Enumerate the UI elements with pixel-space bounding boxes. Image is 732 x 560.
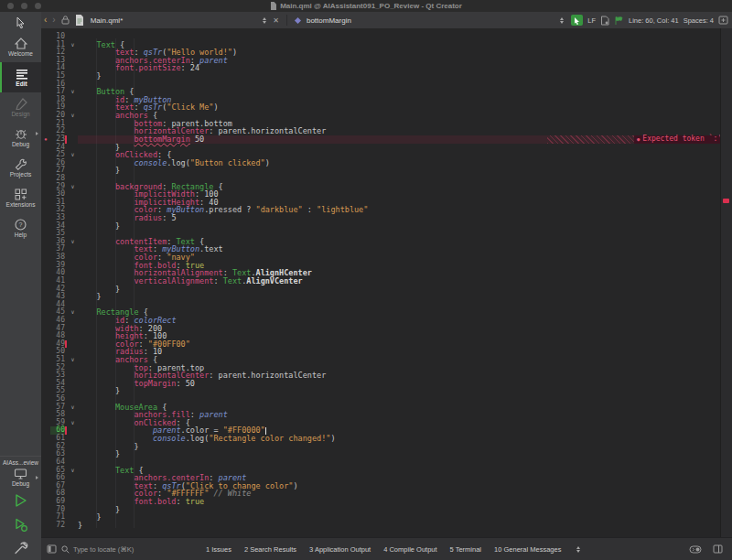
- run-play-icon: [14, 493, 27, 508]
- gutter[interactable]: 72: [41, 522, 78, 530]
- code-lines: 1011∨ Text {12 text: qsTr("Hello world!"…: [41, 33, 721, 529]
- parse-ok-flag-icon[interactable]: [614, 16, 624, 26]
- left-sidebar-toggle-icon[interactable]: [47, 544, 57, 554]
- code-line[interactable]: 33 radius: 5: [41, 214, 721, 222]
- sidebar-item-projects[interactable]: Projects: [0, 153, 41, 183]
- document-icon: [270, 2, 276, 10]
- submenu-arrow-icon: [36, 132, 38, 135]
- build-button[interactable]: [0, 536, 41, 560]
- fold-chevron-icon[interactable]: ∨: [68, 151, 78, 159]
- code-line[interactable]: 61 console.log("Rectangle color changed!…: [41, 435, 721, 443]
- code-editor[interactable]: 1011∨ Text {12 text: qsTr("Hello world!"…: [41, 28, 732, 538]
- line-number[interactable]: 72: [50, 522, 65, 530]
- code-line[interactable]: 42 }: [41, 285, 721, 294]
- bug-icon: [15, 128, 27, 140]
- code-line[interactable]: 41 verticalAlignment: Text.AlignVCenter: [41, 277, 721, 285]
- debug-play-icon: [14, 518, 28, 532]
- error-annotation: ●Expected token `:': [634, 135, 721, 144]
- pane-selector-arrows-icon[interactable]: [574, 546, 583, 553]
- sidebar-item-extensions[interactable]: Extensions: [0, 183, 41, 213]
- fold-chevron-icon[interactable]: ∨: [68, 88, 78, 96]
- fold-chevron-icon[interactable]: ∨: [68, 183, 78, 191]
- sidebar-item-edit[interactable]: Edit: [0, 62, 41, 92]
- text-cursor-mode-icon[interactable]: [571, 15, 583, 26]
- wrench-icon: [15, 158, 27, 170]
- code-line[interactable]: 55 }: [41, 387, 721, 395]
- code-line[interactable]: ●23 bottomMargin 50●Expected token `:': [41, 135, 721, 144]
- code-line[interactable]: 43 }: [41, 293, 721, 301]
- go-forward-button[interactable]: ›: [49, 12, 58, 28]
- indentation-label[interactable]: Spaces: 4: [684, 16, 714, 25]
- locator-placeholder: Type to locate (⌘K): [73, 545, 134, 554]
- extensions-grid-icon: [15, 188, 27, 200]
- editor-scrollbar[interactable]: [720, 28, 732, 538]
- close-document-button[interactable]: ✕: [269, 16, 283, 25]
- right-sidebar-toggle-icon[interactable]: [713, 544, 723, 554]
- error-scroll-marker[interactable]: [723, 199, 729, 203]
- output-pane-general-messages[interactable]: 10 General Messages: [494, 545, 561, 554]
- output-pane-maximize-toggle-icon[interactable]: [689, 545, 702, 554]
- help-icon: ?: [15, 219, 27, 231]
- output-pane-issues[interactable]: 1 Issues: [206, 545, 231, 554]
- code-line[interactable]: 71 }: [41, 513, 721, 522]
- debug-run-button[interactable]: [0, 512, 41, 536]
- open-file-dropdown[interactable]: Main.qml*: [91, 16, 124, 25]
- code-line[interactable]: 62 }: [41, 443, 721, 451]
- code-line[interactable]: 70 }: [41, 506, 721, 514]
- submenu-arrow-icon: [36, 476, 38, 479]
- symbol-dropdown-arrows-icon[interactable]: [557, 17, 566, 24]
- monitor-icon: [14, 468, 27, 479]
- code-line[interactable]: 14 font.pointSize: 24: [41, 64, 721, 72]
- code-line[interactable]: 16: [41, 81, 721, 89]
- line-ending-selector[interactable]: LF: [587, 16, 596, 25]
- fold-chevron-icon[interactable]: ∨: [68, 41, 78, 49]
- fold-chevron-icon[interactable]: ∨: [68, 308, 78, 317]
- split-editor-icon[interactable]: [718, 16, 728, 25]
- edit-lines-icon: [16, 69, 28, 80]
- code-line[interactable]: 72}: [41, 522, 721, 530]
- error-hatch-stripe: [547, 135, 634, 144]
- code-line[interactable]: 10: [41, 33, 721, 41]
- go-back-button[interactable]: ‹: [41, 12, 49, 28]
- cursor-position-label[interactable]: Line: 60, Col: 41: [629, 16, 679, 25]
- pointer-cursor-icon: [0, 12, 41, 32]
- sidebar-item-help[interactable]: ? Help: [0, 213, 41, 243]
- design-brush-icon: [15, 98, 27, 110]
- fold-chevron-icon[interactable]: ∨: [68, 356, 78, 364]
- code-line[interactable]: 63 }: [41, 450, 721, 458]
- code-line[interactable]: 27 }: [41, 167, 721, 175]
- error-dot-icon[interactable]: ●: [41, 135, 50, 144]
- build-target-selector[interactable]: Debug: [0, 467, 41, 489]
- sidebar-item-debug[interactable]: Debug: [0, 123, 41, 153]
- code-line[interactable]: 34 }: [41, 222, 721, 231]
- code-line[interactable]: 26 console.log("Button clicked"): [41, 159, 721, 167]
- fold-chevron-icon[interactable]: ∨: [68, 112, 78, 120]
- lock-icon[interactable]: [59, 12, 72, 28]
- output-pane-search-results[interactable]: 2 Search Results: [244, 545, 296, 554]
- file-type-icon: [72, 12, 87, 28]
- kit-selector-label[interactable]: AIAss...eview: [0, 456, 41, 467]
- output-pane-terminal[interactable]: 5 Terminal: [450, 545, 481, 554]
- file-encoding-icon[interactable]: [600, 16, 609, 26]
- fold-chevron-icon[interactable]: ∨: [68, 404, 78, 412]
- fold-chevron-icon[interactable]: ∨: [68, 419, 78, 427]
- fold-chevron-icon[interactable]: ∨: [68, 238, 78, 246]
- fold-chevron-icon[interactable]: ∨: [68, 467, 78, 475]
- code-line[interactable]: 54 topMargin: 50: [41, 380, 721, 388]
- hammer-icon: [14, 541, 28, 555]
- symbol-dropdown[interactable]: bottomMargin: [307, 16, 351, 25]
- qt-creator-window: Main.qml @ AIAssistant091_PO_Review - Qt…: [0, 0, 732, 560]
- editor-toolbar: ‹ › Main.qml* ✕ bottomMargin LF: [41, 12, 732, 29]
- locator-input[interactable]: Type to locate (⌘K): [61, 545, 180, 554]
- sidebar-item-welcome[interactable]: Welcome: [0, 32, 41, 62]
- output-pane-compile-output[interactable]: 4 Compile Output: [383, 545, 436, 554]
- mode-sidebar: Welcome Edit Design Debug Projects: [0, 12, 41, 560]
- file-dropdown-arrows-icon[interactable]: [260, 17, 269, 24]
- output-pane-application-output[interactable]: 3 Application Output: [309, 545, 371, 554]
- status-bar: Type to locate (⌘K) 1 Issues 2 Search Re…: [41, 537, 732, 560]
- svg-text:?: ?: [19, 221, 23, 228]
- symbol-diamond-icon: [291, 12, 305, 28]
- code-line[interactable]: 15 }: [41, 72, 721, 81]
- code-line[interactable]: 69 font.bold: true: [41, 498, 721, 506]
- run-button[interactable]: [0, 489, 41, 512]
